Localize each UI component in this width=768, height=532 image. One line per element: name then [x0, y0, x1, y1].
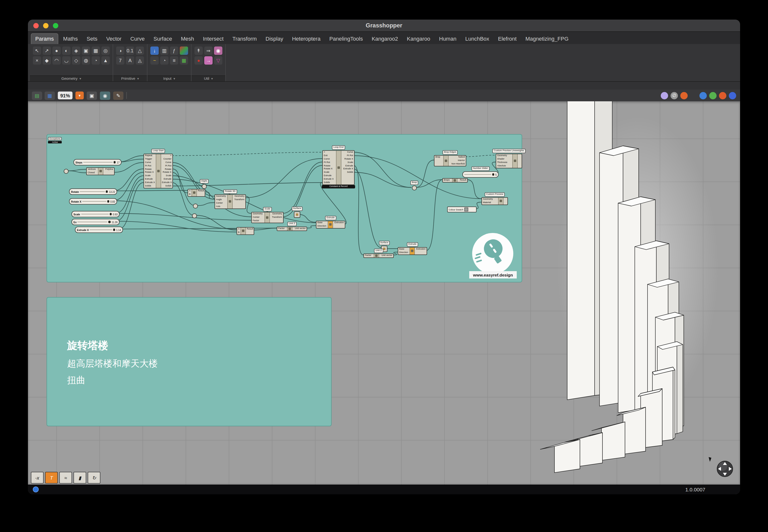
group-expand-icon[interactable]: ▾	[137, 77, 139, 81]
menu-tab-vector[interactable]: Vector	[102, 34, 125, 44]
group-expand-icon[interactable]: ▾	[173, 77, 175, 81]
menu-tab-transform[interactable]: Transform	[229, 34, 261, 44]
gh-node-brep-edges[interactable]: BrepNakedInteriorNon-ManifoldBrep Edges	[434, 155, 466, 166]
pie-icon[interactable]: ◔	[92, 56, 100, 65]
select-icon[interactable]: ↖	[33, 46, 41, 55]
gh-node-swatch-1[interactable]: Colour Swatch	[447, 207, 476, 212]
menu-tab-human[interactable]: Human	[435, 34, 460, 44]
menu-tab-mesh[interactable]: Mesh	[177, 34, 198, 44]
gh-node-relay-4[interactable]	[192, 213, 197, 218]
gh-node-slider-ex[interactable]: Ex11.26	[71, 219, 119, 225]
menu-tab-heteroptera[interactable]: Heteroptera	[288, 34, 324, 44]
circle-icon[interactable]: ◐	[62, 46, 70, 55]
gh-node-relay-1[interactable]	[64, 169, 69, 174]
gh-node-custom-preview[interactable]: GeometryMaterialCustom Preview	[481, 197, 508, 205]
menu-tab-elefront[interactable]: Elefront	[494, 34, 521, 44]
loop-tool-button[interactable]: ↻	[88, 472, 100, 484]
gh-node-unit-z-1[interactable]: FactorUnit vectorUnit Z	[277, 227, 307, 231]
preview-shaded-icon[interactable]	[680, 92, 688, 99]
gh-node-extrude-2[interactable]: BaseDirectionExtrusionExtrude	[398, 247, 427, 255]
gh-node-cplw[interactable]: GeometryShaderThicknessAbsoluteCustom Pr…	[496, 154, 522, 168]
tree-icon[interactable]: ↟	[195, 46, 203, 55]
save-file-icon[interactable]: ▦	[45, 91, 55, 100]
definition-canvas[interactable]: ExceptionsActiveSteps17VerticesClosedPol…	[28, 101, 740, 485]
gh-node-breps-result[interactable]: BrepsResult	[442, 178, 468, 183]
dot-icon[interactable]: ◉	[214, 46, 223, 55]
freeform-icon[interactable]: ◡	[62, 56, 70, 65]
arc-icon[interactable]: ◠	[52, 56, 61, 65]
color-grid-icon[interactable]: ▦	[180, 56, 188, 65]
ellipse-icon[interactable]: ◈	[72, 46, 80, 55]
diamond-icon[interactable]: ◇	[72, 56, 80, 65]
menu-tab-magnetizing-fpg[interactable]: Magnetizing_FPG	[521, 34, 572, 44]
menu-tab-kangaroo2[interactable]: Kangaroo2	[368, 34, 402, 44]
expression-tool-button[interactable]: -x	[31, 472, 44, 484]
list-icon[interactable]: ≡	[170, 56, 178, 65]
draw-icon[interactable]: ✎	[113, 91, 123, 100]
point-icon[interactable]: ●	[52, 46, 61, 55]
gh-node-relay-3[interactable]	[193, 204, 198, 208]
panel-icon[interactable]: ▥	[160, 46, 168, 55]
gh-node-rotate3d[interactable]: GeometryAngleCenterAxisGeometryTransform…	[215, 194, 246, 209]
import-icon[interactable]: ↓	[150, 46, 159, 55]
timer-icon[interactable]: ◔	[160, 56, 168, 65]
curve-icon[interactable]: ◆	[43, 56, 51, 65]
half-circle-icon[interactable]: ◑	[116, 46, 124, 55]
menu-tab-curve[interactable]: Curve	[126, 34, 149, 44]
status-indicator-icon[interactable]	[33, 486, 39, 492]
menu-tab-panelingtools[interactable]: PanelingTools	[326, 34, 367, 44]
cherry-icon[interactable]: ●	[195, 56, 203, 65]
display-navy-icon[interactable]	[729, 92, 736, 99]
preview-icon[interactable]: ◉	[100, 91, 110, 100]
zoom-extents-icon[interactable]: ▣	[87, 91, 97, 100]
gh-node-slider-rotate[interactable]: Rotate13.22	[69, 188, 117, 195]
menu-tab-intersect[interactable]: Intersect	[199, 34, 228, 44]
relay-icon[interactable]: ⇒	[204, 46, 213, 55]
gh-node-polyline[interactable]: VerticesClosedPolyline	[86, 167, 115, 175]
new-file-icon[interactable]: ▤	[32, 91, 42, 100]
gh-node-num-slider[interactable]: 5Number Slider	[462, 171, 499, 178]
gradient-icon[interactable]	[180, 46, 188, 55]
gh-node-mult-1[interactable]: ABResult	[187, 189, 205, 197]
gh-node-loop-end[interactable]: <ExitCurvePt RotRotateRotate XScaleExtru…	[322, 150, 355, 185]
zoom-dropdown-button[interactable]: ▾	[75, 92, 84, 99]
preview-off-icon[interactable]: ∅	[671, 92, 678, 99]
menu-tab-surface[interactable]: Surface	[150, 34, 176, 44]
group-expand-icon[interactable]: ▾	[211, 77, 213, 81]
gh-node-slider-scale[interactable]: Scale0.93	[71, 211, 119, 217]
box-icon[interactable]: ▣	[82, 46, 90, 55]
triangle-icon[interactable]: △	[136, 46, 144, 55]
text-icon[interactable]: A	[126, 56, 134, 65]
delete-icon[interactable]: ×	[33, 56, 41, 65]
decimal-icon[interactable]: 0.1	[126, 46, 134, 55]
mesh-icon[interactable]: ▦	[92, 46, 100, 55]
wire-tool-button[interactable]: ≈	[59, 472, 72, 484]
gh-node-slider-steps[interactable]: Steps17	[73, 159, 121, 165]
script-icon[interactable]: ƒ	[170, 46, 178, 55]
menu-tab-sets[interactable]: Sets	[83, 34, 101, 44]
menu-tab-display[interactable]: Display	[262, 34, 287, 44]
gh-node-surface-1[interactable]: Surface	[294, 211, 300, 218]
group-expand-icon[interactable]: ▾	[79, 77, 81, 81]
gh-node-relay-digits[interactable]: Digits	[202, 184, 207, 189]
menu-tab-lunchbox[interactable]: LunchBox	[461, 34, 493, 44]
display-orange-icon[interactable]	[719, 92, 726, 99]
gh-node-unit-z-2[interactable]: FactorUnit vectorUnit Z	[363, 254, 394, 258]
gh-node-relay-brep[interactable]: Brep	[412, 185, 417, 190]
gh-node-extrude-1[interactable]: BaseDirectionExtrusionExtrude	[316, 221, 345, 229]
gh-node-slider-rotate-x[interactable]: Rotate X0.83	[69, 198, 117, 205]
navigation-ball[interactable]	[716, 460, 734, 480]
zoom-button[interactable]	[53, 23, 58, 28]
gh-node-slider-extrude-x[interactable]: Extrude X1.14	[75, 227, 123, 233]
sphere-icon[interactable]: ◎	[101, 46, 110, 55]
close-button[interactable]	[33, 23, 39, 28]
integer-icon[interactable]: 7	[116, 56, 124, 65]
gh-node-mult-2[interactable]: ABResult	[237, 227, 254, 235]
preview-wire-icon[interactable]	[661, 92, 668, 99]
panel-tool-button[interactable]: ▮	[73, 472, 86, 484]
display-blue-icon[interactable]	[699, 92, 707, 99]
move-icon[interactable]: ↗	[43, 46, 51, 55]
gh-node-scale-comp[interactable]: GeometryCenterFactorGeometryTransformSca…	[251, 212, 284, 223]
gh-node-exceptions[interactable]: ExceptionsActive	[48, 137, 62, 143]
flask-icon[interactable]: ▽	[214, 56, 223, 65]
